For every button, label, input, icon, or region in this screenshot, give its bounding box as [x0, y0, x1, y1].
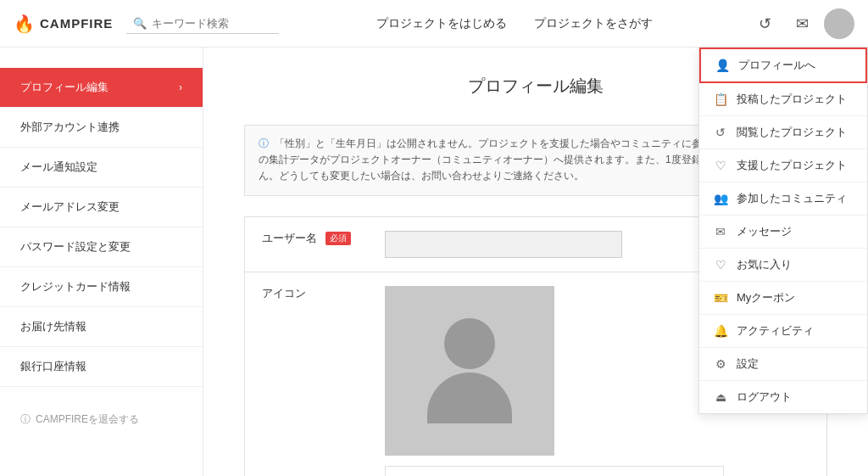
sidebar-item-credit-card[interactable]: クレジットカード情報 [0, 267, 203, 307]
sidebar-withdraw-label: CAMPFIREを退会する [36, 412, 139, 427]
logo-text: CAMPFIRE [40, 16, 113, 31]
flame-icon: 🔥 [14, 14, 35, 34]
avatar-figure [427, 318, 512, 423]
settings-icon: ⚙ [713, 357, 728, 371]
activity-icon: 🔔 [713, 324, 728, 338]
dropdown-item-settings[interactable]: ⚙ 設定 [699, 348, 867, 381]
favorites-icon: ♡ [713, 258, 728, 272]
mail-button[interactable]: ✉ [787, 8, 817, 39]
dropdown-item-favorites[interactable]: ♡ お気に入り [699, 249, 867, 282]
header-actions: ↺ ✉ [749, 8, 854, 39]
search-area[interactable]: 🔍 [126, 14, 279, 34]
chevron-icon-0: › [179, 81, 182, 93]
avatar-head [444, 318, 495, 369]
logo[interactable]: 🔥 CAMPFIRE [14, 14, 113, 34]
nav-start-project[interactable]: プロジェクトをはじめる [376, 16, 507, 31]
posted-icon: 📋 [713, 92, 728, 106]
sidebar-label-mail-notify: メール通知設定 [20, 160, 97, 175]
dropdown-item-profile[interactable]: 👤 プロフィールへ [699, 48, 867, 83]
sidebar-label-mail-change: メールアドレス変更 [20, 199, 120, 215]
dropdown-label-profile: プロフィールへ [738, 58, 815, 73]
dropdown-item-message[interactable]: ✉ メッセージ [699, 216, 867, 249]
community-icon: 👥 [713, 192, 728, 205]
circle-icon: ⓘ [20, 412, 31, 427]
mail-icon: ✉ [796, 14, 809, 33]
dropdown-label-message: メッセージ [737, 224, 792, 239]
dropdown-item-viewed[interactable]: ↺ 閲覧したプロジェクト [699, 116, 867, 149]
sidebar-item-password[interactable]: パスワード設定と変更 [0, 227, 203, 267]
dropdown-label-favorites: お気に入り [737, 257, 792, 272]
username-input[interactable] [385, 231, 622, 258]
icon-label: アイコン [245, 272, 368, 476]
dropdown-label-coupon: Myクーポン [737, 290, 795, 305]
dropdown-item-community[interactable]: 👥 参加したコミュニティ [699, 182, 867, 216]
dropdown-label-settings: 設定 [737, 356, 759, 372]
sidebar-label-external-account: 外部アカウント連携 [20, 120, 120, 135]
info-icon: ⓘ [259, 137, 269, 149]
sidebar-label-bank: 銀行口座情報 [20, 359, 86, 374]
logout-icon: ⏏ [713, 390, 728, 404]
nav-find-project[interactable]: プロジェクトをさがす [534, 16, 653, 31]
sidebar-item-address[interactable]: お届け先情報 [0, 307, 203, 347]
header: 🔥 CAMPFIRE 🔍 プロジェクトをはじめる プロジェクトをさがす ↺ ✉ … [0, 0, 868, 48]
search-input[interactable] [152, 17, 262, 30]
message-icon: ✉ [713, 225, 728, 238]
viewed-icon: ↺ [713, 126, 728, 139]
nav-links: プロジェクトをはじめる プロジェクトをさがす [376, 16, 653, 31]
sidebar-label-credit-card: クレジットカード情報 [20, 279, 131, 294]
sidebar-item-bank[interactable]: 銀行口座情報 [0, 347, 203, 387]
history-button[interactable]: ↺ [749, 8, 780, 39]
history-icon: ↺ [759, 14, 771, 33]
avatar-large [385, 286, 554, 456]
upload-area[interactable]: 🖼 画像をアップロードする 縦横比200px*200px以上の画像推奨 [385, 466, 724, 476]
required-badge: 必須 [326, 232, 351, 245]
avatar-button[interactable] [824, 8, 854, 39]
sidebar-label-password: パスワード設定と変更 [20, 239, 131, 255]
dropdown-label-logout: ログアウト [737, 389, 792, 405]
sidebar-item-external-account[interactable]: 外部アカウント連携 [0, 108, 203, 148]
search-icon: 🔍 [133, 17, 147, 30]
supported-icon: ♡ [713, 159, 728, 172]
user-dropdown-menu: 👤 プロフィールへ 📋 投稿したプロジェクト ↺ 閲覧したプロジェクト ♡ 支援… [698, 48, 868, 414]
sidebar-label-address: お届け先情報 [20, 319, 86, 334]
dropdown-label-supported: 支援したプロジェクト [737, 158, 847, 173]
avatar-body [427, 372, 512, 423]
sidebar-item-profile-edit[interactable]: プロフィール編集 › [0, 68, 203, 108]
sidebar-item-mail-notify[interactable]: メール通知設定 [0, 148, 203, 188]
dropdown-item-supported[interactable]: ♡ 支援したプロジェクト [699, 149, 867, 182]
dropdown-label-viewed: 閲覧したプロジェクト [737, 125, 847, 140]
coupon-icon: 🎫 [713, 291, 728, 305]
dropdown-label-activity: アクティビティ [737, 323, 814, 339]
dropdown-item-coupon[interactable]: 🎫 Myクーポン [699, 282, 867, 315]
dropdown-label-community: 参加したコミュニティ [737, 191, 847, 206]
sidebar: プロフィール編集 › 外部アカウント連携 メール通知設定 メールアドレス変更 パ… [0, 48, 203, 476]
dropdown-label-posted: 投稿したプロジェクト [737, 92, 847, 107]
dropdown-item-posted[interactable]: 📋 投稿したプロジェクト [699, 83, 867, 116]
username-label: ユーザー名 必須 [245, 216, 368, 272]
sidebar-withdraw[interactable]: ⓘ CAMPFIREを退会する [0, 400, 203, 439]
avatar-image [824, 8, 854, 39]
dropdown-item-logout[interactable]: ⏏ ログアウト [699, 381, 867, 413]
sidebar-item-mail-change[interactable]: メールアドレス変更 [0, 188, 203, 227]
profile-icon: 👤 [715, 59, 730, 72]
sidebar-label-profile-edit: プロフィール編集 [20, 80, 108, 95]
dropdown-item-activity[interactable]: 🔔 アクティビティ [699, 315, 867, 348]
